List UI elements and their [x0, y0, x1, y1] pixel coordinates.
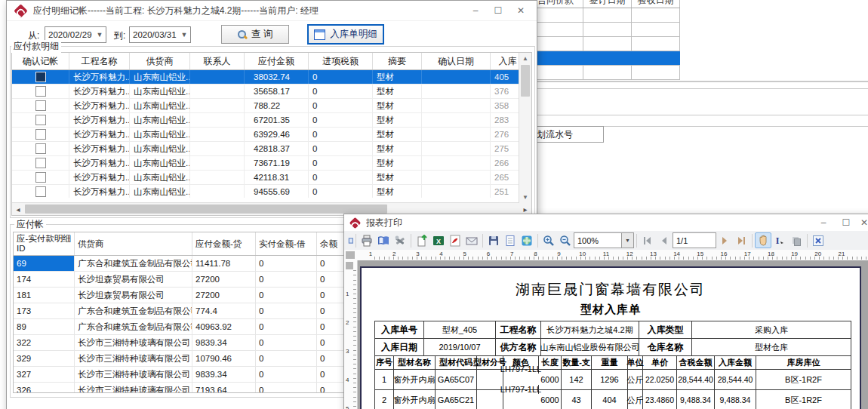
column-header[interactable]: 签订日期	[583, 0, 632, 8]
ruler-margin-marker	[346, 262, 353, 269]
text-select-icon[interactable]: I	[771, 232, 788, 248]
query-button[interactable]: 查 询	[221, 25, 289, 44]
close-icon[interactable]: ✕	[509, 4, 532, 17]
row-checkbox[interactable]	[35, 129, 46, 140]
scrollbar-thumb[interactable]	[25, 204, 387, 214]
cell-confirm	[422, 85, 491, 98]
tools-icon[interactable]	[392, 232, 408, 248]
table-row[interactable]	[528, 66, 680, 80]
detail-table-row[interactable]: 长沙万科魅力...山东南山铝业...94555.690型材251	[12, 185, 531, 198]
scroll-left-icon[interactable]: ◂	[12, 203, 24, 215]
cell-contact	[190, 142, 245, 155]
to-date-combobox[interactable]: 2020/03/31 ▼	[129, 26, 191, 43]
detail-table-row[interactable]: 长沙万科魅力...山东南山铝业...788.220型材358	[12, 99, 531, 113]
cell-4: 0	[256, 351, 317, 366]
chevron-down-icon[interactable]: ▼	[621, 233, 633, 248]
detail-grid: 确认记帐工程名称供货商联系人应付金额进项税额摘要确认日期入库 长沙万科魅力...…	[11, 52, 532, 216]
chevron-down-icon[interactable]: ▼	[178, 31, 190, 38]
row-checkbox[interactable]	[35, 186, 46, 197]
column-header-4[interactable]: 联系人	[190, 53, 245, 69]
excel-export-icon[interactable]: X	[430, 232, 447, 248]
column-header[interactable]: 验收日期	[631, 0, 680, 8]
detail-table-row[interactable]: 长沙万科魅力...山东南山铝业...63929.460型材276	[12, 128, 531, 142]
save-icon[interactable]	[485, 232, 502, 248]
close-preview-icon[interactable]	[810, 232, 826, 248]
column-header-6[interactable]: 进项税额	[309, 53, 373, 69]
last-page-icon[interactable]	[733, 232, 749, 248]
vertical-scrollbar[interactable]: ▲ ▼	[519, 53, 531, 203]
book-preview-icon[interactable]	[375, 232, 392, 248]
detail-table-row[interactable]: 长沙万科魅力...山东南山铝业...73671.190型材266	[12, 156, 531, 171]
cell-1: 322	[14, 335, 75, 350]
row-checkbox[interactable]	[35, 115, 46, 125]
column-header-2[interactable]: 供货商	[75, 232, 192, 255]
table-row[interactable]	[528, 23, 680, 37]
html-export-icon[interactable]	[519, 232, 535, 248]
column-header-7[interactable]: 摘要	[373, 53, 422, 69]
row-checkbox[interactable]	[35, 72, 46, 82]
table-row[interactable]	[528, 37, 680, 51]
zoom-in-icon[interactable]	[540, 232, 557, 248]
cell	[583, 8, 632, 22]
hand-tool-icon[interactable]	[755, 232, 771, 248]
cell-2: 长沙市三湘特种玻璃有限公司	[75, 335, 192, 350]
export-icon[interactable]	[414, 232, 430, 248]
checkbox-cell	[12, 70, 69, 84]
close-icon[interactable]: ✕	[857, 216, 868, 229]
payable-window-titlebar[interactable]: 应付明细记帐------当前工程: 长沙万科魅力之城4.2期------当前用户…	[7, 1, 537, 21]
info-cell: 入库日期	[375, 339, 424, 355]
column-header-1[interactable]: 应-实付款明细ID	[14, 232, 75, 255]
report-column-header: 入库金额	[715, 355, 756, 369]
scroll-down-icon[interactable]: ▼	[519, 192, 531, 203]
column-header-1[interactable]: 确认记帐	[12, 53, 69, 69]
cell-4: 0	[256, 335, 317, 350]
cell-supplier: 山东南山铝业...	[130, 171, 190, 184]
copy-icon[interactable]	[788, 232, 805, 248]
detail-table-row[interactable]: 长沙万科魅力...山东南山铝业...42118.310型材265	[12, 171, 531, 185]
minimize-icon[interactable]: –	[464, 4, 487, 17]
zoom-level-combobox[interactable]: 100% ▼	[574, 232, 634, 248]
next-page-icon[interactable]	[716, 232, 733, 248]
first-page-icon[interactable]	[639, 232, 656, 248]
maximize-icon[interactable]: ☐	[487, 4, 509, 17]
minimize-icon[interactable]: –	[812, 216, 835, 229]
cell-tax: 0	[309, 171, 373, 184]
inbound-detail-button[interactable]: 入库单明细	[308, 25, 383, 44]
column-header-3[interactable]: 供货商	[130, 53, 190, 69]
detail-table-row[interactable]: 长沙万科魅力...山东南山铝业...67201.350型材283	[12, 113, 531, 128]
chevron-down-icon[interactable]: ▼	[94, 31, 106, 38]
page-setup-icon[interactable]	[502, 232, 519, 248]
email-icon[interactable]	[463, 232, 480, 248]
row-checkbox[interactable]	[35, 100, 46, 111]
scroll-up-icon[interactable]: ▲	[519, 53, 531, 64]
row-checkbox[interactable]	[35, 143, 46, 154]
detail-table-row[interactable]: 长沙万科魅力...山东南山铝业...35658.170型材376	[12, 85, 531, 99]
column-header-3[interactable]: 应付金额-贷	[192, 232, 256, 255]
cell-confirm	[422, 156, 491, 170]
row-checkbox[interactable]	[35, 172, 46, 183]
cell-tax: 0	[309, 113, 373, 127]
print-icon[interactable]	[359, 232, 375, 248]
table-row[interactable]	[528, 8, 680, 23]
column-header-4[interactable]: 实付金额-借	[256, 232, 317, 255]
info-cell: 入库单号	[375, 321, 424, 338]
column-header-8[interactable]: 确认日期	[422, 53, 491, 69]
column-header-2[interactable]: 工程名称	[69, 53, 130, 69]
detail-table-row[interactable]: 长沙万科魅力...山东南山铝业...38032.740型材405	[12, 70, 531, 85]
detail-table-row[interactable]: 长沙万科魅力...山东南山铝业...42818.370型材275	[12, 142, 531, 156]
table-row[interactable]	[528, 51, 680, 66]
row-checkbox[interactable]	[35, 86, 46, 97]
cell-confirm	[422, 171, 491, 184]
design-icon[interactable]	[346, 232, 353, 248]
report-window-titlebar[interactable]: 报表打印 – ☐ ✕	[344, 214, 868, 232]
app-icon	[14, 4, 27, 17]
ruler-number: 14	[673, 251, 680, 257]
maximize-icon[interactable]: ☐	[835, 216, 857, 229]
row-checkbox[interactable]	[35, 158, 46, 168]
zoom-out-icon[interactable]	[557, 232, 574, 248]
page-number-input[interactable]: 1/1	[673, 232, 716, 248]
pdf-export-icon[interactable]	[447, 232, 463, 248]
prev-page-icon[interactable]	[656, 232, 673, 248]
column-header-5[interactable]: 应付金额	[245, 53, 309, 69]
scrollbar-thumb[interactable]	[521, 65, 530, 97]
